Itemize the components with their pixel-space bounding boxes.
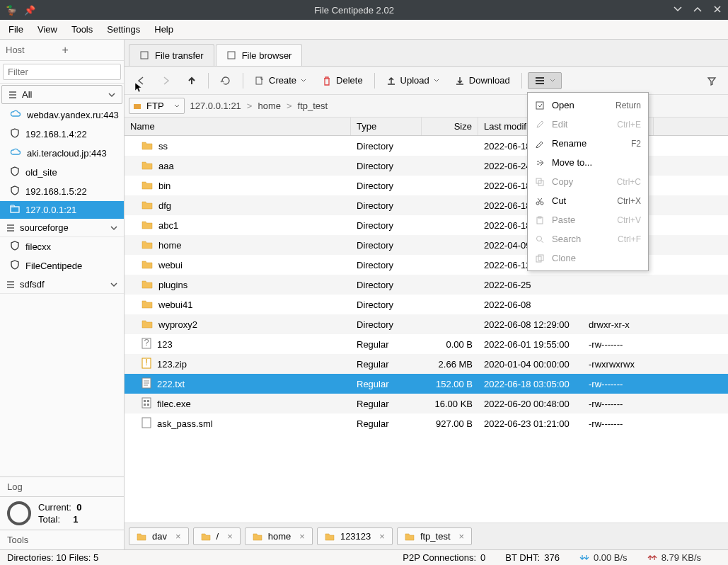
breadcrumb-item[interactable]: home (258, 101, 281, 111)
shield-icon (10, 241, 20, 253)
chevron-down-icon (434, 78, 439, 84)
breadcrumb-item[interactable]: 127.0.0.1:21 (190, 101, 241, 111)
create-button[interactable]: Create (249, 72, 312, 89)
file-perm: -rw------- (583, 416, 654, 432)
move-icon (535, 159, 545, 167)
col-type[interactable]: Type (351, 118, 422, 135)
breadcrumb[interactable]: 127.0.0.1:21>home>ftp_test (190, 101, 328, 111)
file-size (422, 183, 478, 188)
table-row[interactable]: webui41Directory2022-06-08 (125, 295, 728, 314)
menu-file[interactable]: File (3, 21, 29, 38)
menu-help[interactable]: Help (149, 21, 179, 38)
all-group[interactable]: All (1, 85, 122, 104)
chevron-down-icon (108, 91, 116, 99)
file-modified: 2022-06-23 01:21:00 (478, 416, 583, 432)
bottom-tab[interactable]: ftp_test× (397, 527, 472, 545)
close-tab-icon[interactable]: × (459, 531, 465, 542)
table-row[interactable]: ask_pass.smlRegular927.00 B2022-06-23 01… (125, 413, 728, 433)
sidebar-host[interactable]: 127.0.0.1:21 (0, 201, 124, 219)
bottom-tab[interactable]: dav× (129, 527, 189, 545)
sidebar-host[interactable]: old_site (0, 163, 124, 182)
delete-button[interactable]: Delete (316, 72, 369, 89)
folder-icon (141, 180, 153, 192)
menu-button[interactable] (528, 72, 562, 89)
menu-tools[interactable]: Tools (66, 21, 98, 38)
protocol-select[interactable]: FTP (129, 98, 185, 114)
breadcrumb-item[interactable]: ftp_test (298, 101, 328, 111)
forward-button[interactable] (156, 73, 177, 89)
close-tab-icon[interactable]: × (379, 531, 385, 542)
delete-label: Delete (336, 75, 363, 86)
bottom-tab[interactable]: /× (193, 527, 241, 545)
table-row[interactable]: pluginsDirectory2022-06-25 (125, 275, 728, 295)
table-row[interactable]: filec.exeRegular16.00 KB2022-06-20 00:48… (125, 394, 728, 413)
p2p-label: P2P Connections: (403, 552, 476, 563)
menu-label: Search (552, 234, 611, 244)
menu-view[interactable]: View (32, 21, 63, 38)
menu-shortcut: Ctrl+E (617, 120, 641, 130)
log-section[interactable]: Log (0, 476, 124, 496)
tab-file-browser[interactable]: File browser (216, 44, 303, 66)
close-tab-icon[interactable]: × (227, 531, 233, 542)
menu-shortcut: Ctrl+X (617, 196, 641, 206)
refresh-button[interactable] (214, 72, 237, 89)
close-icon[interactable] (712, 4, 722, 16)
maximize-icon[interactable] (693, 4, 703, 16)
host-label: aki.teracloud.jp:443 (27, 148, 107, 159)
sidebar-host[interactable]: FileCentipede (0, 256, 124, 275)
menu-settings[interactable]: Settings (101, 21, 146, 38)
menubar: FileViewToolsSettingsHelp (0, 20, 728, 40)
table-row[interactable]: ?123Regular0.00 B2022-06-01 19:55:00-rw-… (125, 334, 728, 354)
sidebar-group-sdfsdf[interactable]: sdfsdf (0, 275, 124, 294)
sidebar-host[interactable]: webdav.yandex.ru:443 (0, 105, 124, 125)
p2p-value: 0 (480, 552, 485, 563)
up-button[interactable] (181, 73, 202, 89)
cut-icon (535, 197, 545, 205)
shield-icon (10, 128, 20, 140)
add-host-icon[interactable]: + (62, 44, 119, 57)
clone-icon (535, 254, 545, 263)
file-type: Regular (351, 336, 422, 353)
menu-item-move-to-[interactable]: Move to... (528, 153, 648, 172)
upload-button[interactable]: Upload (381, 72, 445, 89)
folder-icon (141, 140, 153, 152)
close-tab-icon[interactable]: × (175, 531, 181, 542)
sidebar-host[interactable]: 192.168.1.5:22 (0, 182, 124, 201)
file-name: wyproxy2 (158, 319, 197, 330)
sidebar-group-sourceforge[interactable]: sourceforge (0, 219, 124, 237)
file-perm: -rw------- (583, 396, 654, 412)
tab-file-transfer[interactable]: File transfer (129, 44, 214, 66)
folder-icon (141, 239, 153, 251)
file-perm: drwxr-xr-x (583, 316, 654, 333)
sidebar-host[interactable]: aki.teracloud.jp:443 (0, 144, 124, 163)
bottom-tab[interactable]: home× (245, 527, 313, 545)
menu-item-open[interactable]: OpenReturn (528, 96, 648, 115)
main-tabs: File transferFile browser (125, 40, 728, 67)
sidebar-host[interactable]: filecxx (0, 237, 124, 256)
protocol-label: FTP (146, 101, 164, 111)
svg-rect-2 (228, 52, 235, 59)
col-name[interactable]: Name (125, 118, 351, 135)
down-speed: 0.00 B/s (594, 552, 628, 563)
dir-file-count: Directories: 10 Files: 5 (7, 552, 98, 563)
sidebar-host[interactable]: 192.168.1.4:22 (0, 125, 124, 144)
download-button[interactable]: Download (449, 72, 516, 89)
file-name: webui (158, 260, 183, 270)
col-size[interactable]: Size (422, 118, 478, 135)
tools-section[interactable]: Tools (0, 530, 124, 549)
table-row[interactable]: !123.zipRegular2.66 MB2020-01-04 00:00:0… (125, 354, 728, 374)
folder-icon (141, 219, 153, 232)
table-row[interactable]: 222.txtRegular152.00 B2022-06-18 03:05:0… (125, 374, 728, 394)
filter-button[interactable] (701, 73, 722, 89)
table-row[interactable]: wyproxy2Directory2022-06-08 12:29:00drwx… (125, 314, 728, 334)
filter-input[interactable] (3, 64, 121, 80)
menu-item-rename[interactable]: RenameF2 (528, 134, 648, 153)
svg-rect-0 (11, 207, 19, 212)
pin-icon[interactable]: 📌 (24, 5, 35, 16)
menu-label: Clone (552, 253, 634, 263)
menu-item-cut[interactable]: CutCtrl+X (528, 191, 648, 210)
close-tab-icon[interactable]: × (299, 531, 305, 542)
current-label: Current: (38, 502, 71, 513)
bottom-tab[interactable]: 123123× (317, 527, 393, 545)
minimize-icon[interactable] (673, 4, 683, 16)
